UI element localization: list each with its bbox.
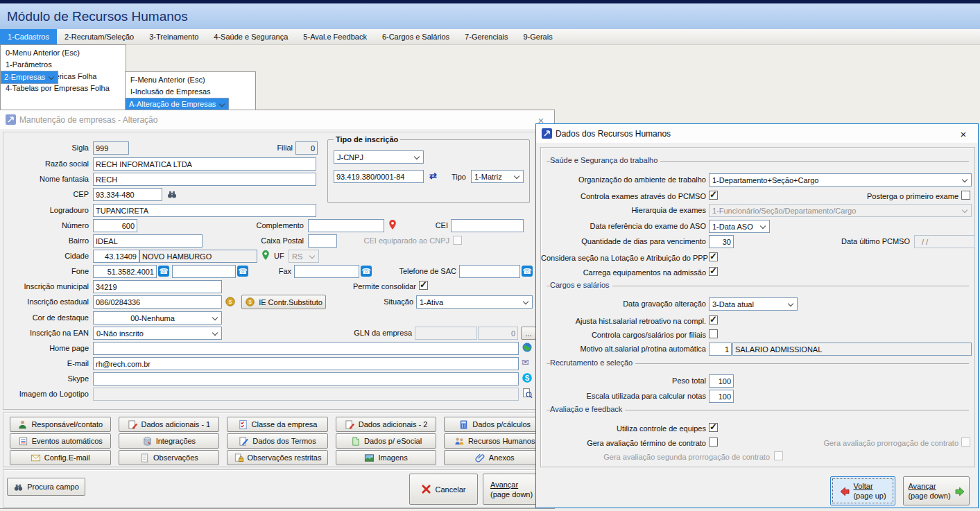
close-icon[interactable]: ×	[953, 127, 974, 141]
menubar-item-treinamento[interactable]: 3-Treinamento	[141, 29, 206, 44]
cei-equiparado-label: CEI equiparado ao CNPJ	[343, 236, 449, 245]
home-page-input[interactable]	[93, 342, 519, 355]
fax-input[interactable]	[294, 265, 359, 278]
numero-input[interactable]: 600	[93, 219, 137, 232]
submenu-item-inclusao[interactable]: I-Inclusão de Empresas	[126, 86, 255, 98]
menubar-item-saude[interactable]: 4-Saúde e Segurança	[206, 29, 295, 44]
sac-input[interactable]	[459, 265, 520, 278]
data-referencia-select[interactable]: 1-Data ASO	[709, 220, 770, 233]
sigla-input[interactable]: 999	[93, 141, 129, 155]
logradouro-input[interactable]: TUPANCIRETA	[93, 204, 316, 217]
tipo-documento-select[interactable]: J-CNPJ	[334, 150, 424, 164]
recursos-humanos-button[interactable]: Recursos Humanos	[444, 433, 545, 449]
escala-input[interactable]: 100	[709, 390, 734, 403]
avancar-rh-button[interactable]: Avançar (page down)	[903, 476, 970, 505]
classe-empresa-button[interactable]: Classe da empresa	[227, 417, 328, 432]
pcmso-checkbox[interactable]	[709, 191, 718, 200]
globe-icon[interactable]	[522, 342, 533, 353]
menubar-item-aval[interactable]: 5-Aval.e Feedback	[295, 29, 375, 44]
nome-fantasia-input[interactable]: RECH	[93, 173, 316, 186]
observacoes-restritas-button[interactable]: Observações restritas	[227, 450, 328, 465]
responsavel-contato-button[interactable]: Responsável/contato	[10, 417, 111, 432]
phone-icon[interactable]	[522, 266, 533, 277]
inscricao-ean-select[interactable]: 0-Não inscrito	[93, 327, 222, 340]
cor-destaque-select[interactable]: 00-Nenhuma	[93, 311, 222, 324]
menubar-item-recrutam[interactable]: 2-Recrutam/Seleção	[57, 29, 141, 44]
envelope-icon[interactable]: ✉	[522, 357, 529, 368]
situacao-select[interactable]: 1-Ativa	[416, 295, 533, 309]
menubar-item-cadastros[interactable]: 1-Cadastros	[0, 29, 57, 44]
fax-label: Fax	[262, 267, 291, 276]
ajusta-hist-checkbox[interactable]	[709, 315, 718, 324]
voltar-button[interactable]: Voltar (page up)	[830, 476, 895, 505]
menubar-item-gerenciais[interactable]: 7-Gerenciais	[457, 29, 515, 44]
cidade-label: Cidade	[0, 252, 89, 261]
cnpj-validate-icon[interactable]: ⇄	[429, 171, 437, 182]
sac-label: Telefone de SAC	[383, 267, 456, 276]
config-email-button[interactable]: Config.E-mail	[10, 450, 111, 465]
menubar-item-gerais[interactable]: 9-Gerais	[515, 29, 560, 44]
skype-icon[interactable]: S	[522, 372, 533, 383]
anexos-button[interactable]: Anexos	[444, 450, 545, 465]
dados-calculos-button[interactable]: Dados p/cálculos	[444, 417, 545, 432]
bairro-input[interactable]: IDEAL	[93, 234, 203, 248]
integracoes-button[interactable]: Integrações	[119, 433, 220, 449]
razao-social-input[interactable]: RECH INFORMATICA LTDA	[93, 157, 316, 171]
eventos-automaticos-button[interactable]: Eventos automáticos	[10, 433, 111, 449]
cei-input[interactable]	[451, 219, 524, 232]
qtd-dias-input[interactable]: 30	[709, 235, 734, 248]
menu-item-parametros[interactable]: 1-Parâmetros	[1, 59, 126, 71]
posterga-checkbox[interactable]	[961, 191, 970, 200]
email-input[interactable]: rh@rech.com.br	[93, 357, 519, 370]
gln-dots-button[interactable]: ...	[521, 327, 536, 340]
avaliacao-termino-checkbox[interactable]	[709, 438, 718, 447]
complemento-input[interactable]	[308, 219, 384, 232]
fone-input[interactable]: 51.3582.4001	[93, 265, 157, 278]
tipo-matriz-select[interactable]: 1-Matriz	[471, 170, 524, 183]
cnpj-input[interactable]: 93.419.380/0001-84	[334, 170, 424, 183]
phone-icon[interactable]	[237, 266, 248, 277]
menubar-item-cargos[interactable]: 6-Cargos e Salários	[375, 29, 457, 44]
submenu-item-menu-anterior[interactable]: F-Menu Anterior (Esc)	[126, 74, 255, 86]
procura-campo-button[interactable]: Procura campo	[7, 478, 85, 496]
permite-consolidar-checkbox[interactable]	[419, 281, 428, 290]
filial-input[interactable]: 0	[295, 141, 318, 155]
dados-termos-button[interactable]: Dados dos Termos	[227, 433, 328, 449]
map-pin-icon[interactable]	[387, 219, 398, 230]
phone-icon[interactable]	[361, 266, 372, 277]
menu-item-tabelas-empresas[interactable]: 4-Tabelas por Empresas Folha	[1, 83, 126, 94]
data-gravacao-select[interactable]: 3-Data atual	[709, 297, 798, 311]
menu-item-menu-anterior[interactable]: 0-Menu Anterior (Esc)	[1, 47, 126, 59]
skype-input[interactable]	[93, 372, 519, 386]
phone-icon[interactable]	[158, 266, 169, 277]
button-label: Dados p/cálculos	[472, 420, 531, 428]
menu-item-empresas[interactable]: 2-Empresas	[1, 71, 58, 84]
motivo-num-input[interactable]: 1	[709, 343, 732, 356]
peso-total-input[interactable]: 100	[709, 374, 734, 388]
dados-adicionais-2-button[interactable]: Dados adicionais - 2	[336, 417, 437, 432]
cidade-codigo-input[interactable]: 43.13409	[93, 250, 139, 263]
organizacao-select[interactable]: 1-Departamento+Seção+Cargo	[709, 173, 972, 187]
inscricao-estadual-input[interactable]: 086/0284336	[93, 295, 222, 309]
caixa-postal-input[interactable]	[308, 234, 337, 248]
dialog2-titlebar[interactable]: Dados dos Recursos Humanos ×	[536, 124, 978, 143]
cep-input[interactable]: 93.334-480	[93, 188, 162, 201]
cancelar-button[interactable]: Cancelar	[409, 474, 478, 505]
controla-filiais-checkbox[interactable]	[709, 329, 718, 338]
ie-contr-substituto-button[interactable]: $ IE Contr.Substituto	[241, 295, 326, 309]
preview-icon[interactable]	[522, 388, 533, 399]
map-pin-icon[interactable]	[260, 250, 271, 261]
tipo-inscricao-legend: Tipo de inscrição	[334, 135, 400, 144]
button-label: Dados dos Termos	[252, 437, 316, 445]
dados-esocial-button[interactable]: Dados p/ eSocial	[336, 433, 437, 449]
imagens-button[interactable]: Imagens	[336, 450, 437, 465]
fone2-input[interactable]	[172, 265, 236, 278]
dialog1-titlebar[interactable]: Manutenção de empresas - Alteração ×	[0, 110, 554, 129]
ppp-checkbox[interactable]	[709, 252, 718, 261]
equipamentos-checkbox[interactable]	[709, 267, 718, 276]
inscricao-municipal-input[interactable]: 34219	[93, 280, 222, 293]
observacoes-button[interactable]: Observações	[119, 450, 220, 465]
binoculars-icon[interactable]	[166, 189, 178, 200]
controle-equipes-checkbox[interactable]	[709, 423, 718, 432]
dados-adicionais-1-button[interactable]: Dados adicionais - 1	[119, 417, 220, 432]
